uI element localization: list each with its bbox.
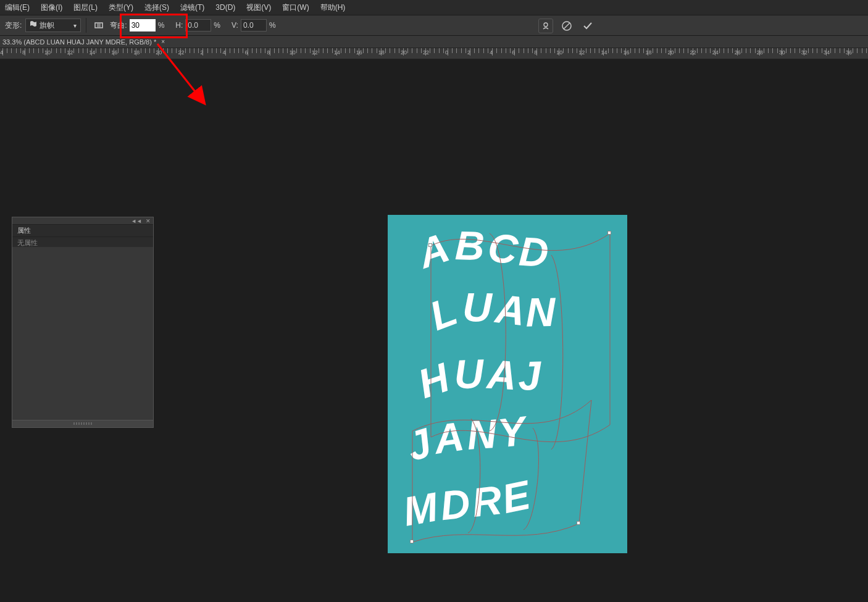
ruler-tick-label: 8: [534, 49, 537, 56]
panel-tab-label: 属性: [17, 226, 31, 235]
action-buttons: [538, 19, 595, 33]
commit-button[interactable]: [580, 19, 595, 33]
collapse-icon[interactable]: ◄◄: [131, 218, 142, 224]
divider: [86, 18, 86, 33]
menu-window[interactable]: 窗口(W): [282, 2, 309, 13]
v-input[interactable]: [241, 19, 267, 31]
transform-handle[interactable]: [428, 243, 432, 247]
ruler-tick-label: 2: [467, 49, 470, 56]
svg-text:JANY: JANY: [401, 408, 531, 470]
ruler-tick-label: 12: [578, 49, 585, 56]
ruler-tick-label: 26: [735, 49, 741, 56]
orientation-toggle[interactable]: [91, 18, 106, 33]
svg-text:ABCD: ABCD: [411, 222, 552, 277]
warp-style-label: 旗帜: [40, 20, 54, 31]
ruler-tick-label: 12: [312, 49, 318, 56]
panel-header: ◄◄ ✕: [12, 217, 153, 225]
ruler-tick-label: 20: [401, 49, 407, 56]
svg-text:HUAJ: HUAJ: [412, 351, 544, 408]
artboard-line-4: JANY: [401, 408, 531, 470]
ruler-tick-label: 34: [824, 49, 830, 56]
menu-help[interactable]: 帮助(H): [320, 2, 346, 13]
ruler-tick-label: 16: [111, 49, 117, 56]
panel-body: 无属性: [12, 237, 153, 247]
ruler-tick-label: 2: [200, 49, 203, 56]
ruler-tick-label: 22: [690, 49, 696, 56]
options-bar: 变形: 旗帜 ▾ 弯曲: % H: % V: %: [0, 15, 868, 36]
h-input[interactable]: [185, 19, 211, 31]
flag-icon: [30, 21, 37, 30]
ruler-tick-label: 10: [556, 49, 562, 56]
ruler-tick-label: 28: [757, 49, 763, 56]
ruler-tick-label: 22: [178, 49, 184, 56]
document-tab-bar: 33.3% (ABCD LUAN HUAJ JANY MDRE, RGB/8) …: [0, 36, 868, 48]
ruler-tick-label: 4: [490, 49, 493, 56]
ruler-tick-label: 14: [334, 49, 340, 56]
v-group: V: %: [232, 19, 276, 31]
svg-text:LUAN: LUAN: [424, 284, 558, 339]
ruler-tick-label: 16: [623, 49, 629, 56]
document-tab-close[interactable]: ×: [161, 38, 165, 45]
artboard-line-2: LUAN: [424, 284, 558, 339]
svg-text:MDRE: MDRE: [399, 471, 536, 535]
ruler-tick-label: 18: [378, 49, 385, 56]
bend-input[interactable]: [130, 19, 156, 31]
menu-3d[interactable]: 3D(D): [215, 3, 235, 12]
panel-content: [12, 247, 153, 420]
svg-line-3: [564, 23, 570, 29]
menu-type[interactable]: 类型(Y): [109, 2, 133, 13]
bend-label: 弯曲:: [110, 20, 127, 31]
ruler-tick-label: 14: [89, 49, 95, 56]
ruler-tick-label: 18: [133, 49, 140, 56]
artboard[interactable]: ABCD LUAN HUAJ JANY MDRE: [388, 215, 627, 553]
menu-filter[interactable]: 滤镜(T): [180, 2, 204, 13]
svg-point-1: [544, 23, 548, 27]
ruler-tick-label: 36: [846, 49, 852, 56]
ruler-tick-label: 4: [0, 49, 3, 56]
chevron-down-icon: ▾: [73, 22, 77, 29]
bend-pct: %: [158, 21, 165, 30]
ruler-tick-label: 10: [290, 49, 296, 56]
v-pct: %: [269, 21, 276, 30]
menu-layer[interactable]: 图层(L): [73, 2, 98, 13]
h-label: H:: [175, 21, 183, 30]
menu-select[interactable]: 选择(S): [144, 2, 169, 13]
ruler-tick-label: 4: [223, 49, 226, 56]
transform-handle[interactable]: [577, 521, 580, 525]
cancel-button[interactable]: [559, 19, 574, 33]
horizontal-ruler: 4810121416182022246810121416182022024681…: [0, 48, 868, 59]
ruler-tick-label: 18: [645, 49, 651, 56]
document-tab[interactable]: 33.3% (ABCD LUAN HUAJ JANY MDRE, RGB/8) …: [2, 38, 156, 46]
ruler-tick-label: 22: [423, 49, 429, 56]
ruler-tick-label: 30: [779, 49, 785, 56]
ruler-tick-label: 0: [445, 49, 448, 56]
transform-handle[interactable]: [607, 231, 611, 235]
h-group: H: %: [175, 19, 220, 31]
menu-view[interactable]: 视图(V): [246, 2, 271, 13]
panel-tab[interactable]: 属性: [12, 225, 153, 237]
ruler-tick-label: 12: [67, 49, 73, 56]
artboard-line-5: MDRE: [399, 471, 536, 535]
warp-reset-button[interactable]: [538, 19, 553, 33]
ruler-tick-label: 14: [601, 49, 607, 56]
ruler-tick-label: 20: [156, 49, 162, 56]
close-icon[interactable]: ✕: [146, 218, 151, 224]
warp-label: 变形:: [5, 20, 22, 31]
canvas-area[interactable]: ◄◄ ✕ 属性 无属性 ABCD LUAN: [0, 59, 868, 602]
transform-handle[interactable]: [410, 540, 414, 543]
ruler-tick-label: 8: [267, 49, 270, 56]
artboard-line-3: HUAJ: [412, 351, 544, 408]
warp-style-select[interactable]: 旗帜 ▾: [25, 19, 81, 32]
panel-resize-grip[interactable]: [12, 420, 153, 427]
ruler-tick-label: 32: [801, 49, 807, 56]
properties-panel: ◄◄ ✕ 属性 无属性: [12, 217, 154, 428]
artboard-line-1: ABCD: [411, 222, 552, 277]
bend-group: 弯曲: %: [110, 19, 164, 31]
warp-text-svg: ABCD LUAN HUAJ JANY MDRE: [388, 215, 627, 553]
ruler-tick-label: 24: [712, 49, 719, 56]
ruler-tick-label: 20: [668, 49, 674, 56]
menu-image[interactable]: 图像(I): [41, 2, 62, 13]
v-label: V:: [232, 21, 238, 30]
menu-bar: 编辑(E) 图像(I) 图层(L) 类型(Y) 选择(S) 滤镜(T) 3D(D…: [0, 0, 868, 15]
menu-edit[interactable]: 编辑(E): [5, 2, 30, 13]
